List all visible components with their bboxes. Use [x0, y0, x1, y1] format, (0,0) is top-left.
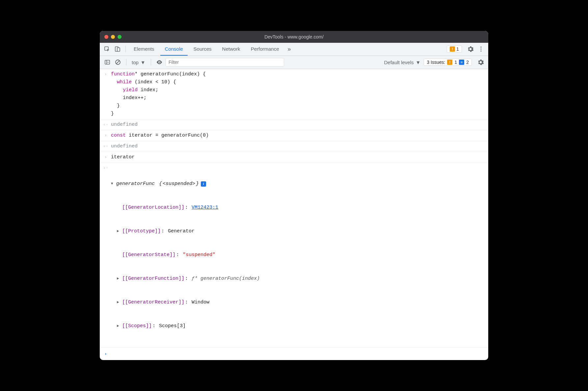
- console-input-row[interactable]: › const iterator = generatorFunc(0): [100, 130, 488, 141]
- issues-box[interactable]: 3 Issues: ! 1 = 2: [424, 59, 472, 66]
- console-input-row[interactable]: › iterator: [100, 152, 488, 163]
- object-name: generatorFunc: [116, 180, 155, 188]
- warnings-badge[interactable]: ! 1: [447, 45, 462, 53]
- console-output-row: ‹· undefined: [100, 141, 488, 152]
- console-input-row[interactable]: › function* generatorFunc(index) { while…: [100, 69, 488, 119]
- warning-icon: !: [450, 46, 455, 52]
- object-property[interactable]: [[Prototype]]: Generator: [111, 227, 485, 235]
- device-toolbar-icon[interactable]: [113, 44, 122, 54]
- tabbar: Elements Console Sources Network Perform…: [100, 43, 488, 56]
- object-property[interactable]: [[GeneratorLocation]]: VM12423:1: [111, 204, 485, 212]
- svg-rect-6: [105, 60, 110, 64]
- warnings-count: 1: [456, 46, 459, 52]
- output-chevron-icon: ‹·: [103, 143, 108, 150]
- filter-input[interactable]: [166, 58, 284, 66]
- input-chevron-icon: ›: [103, 153, 108, 161]
- clear-console-icon[interactable]: [114, 58, 122, 66]
- tab-elements[interactable]: Elements: [129, 42, 159, 56]
- divider: [151, 59, 151, 65]
- disclosure-triangle-icon[interactable]: [111, 181, 116, 187]
- minimize-button[interactable]: [111, 35, 115, 39]
- prompt-input[interactable]: [111, 350, 485, 358]
- svg-point-5: [480, 50, 481, 51]
- chevron-down-icon: ▼: [416, 60, 421, 65]
- object-property[interactable]: [[GeneratorState]]: "suspended": [111, 251, 485, 259]
- maximize-button[interactable]: [118, 35, 121, 39]
- console-output-row: ‹· generatorFunc {<suspended>} i [[Gener…: [100, 163, 488, 347]
- chevron-down-icon: ▼: [141, 60, 146, 65]
- object-property[interactable]: [[Scopes]]: Scopes[3]: [111, 322, 485, 330]
- code-block: iterator: [111, 153, 485, 161]
- tab-sources[interactable]: Sources: [189, 42, 216, 56]
- issues-info-count: 2: [466, 60, 469, 65]
- tab-console[interactable]: Console: [160, 42, 188, 56]
- input-chevron-icon: ›: [103, 132, 108, 139]
- divider: [125, 46, 126, 52]
- output-chevron-icon: ‹·: [103, 164, 108, 172]
- kebab-menu-icon[interactable]: [476, 44, 486, 54]
- output-value: undefined: [111, 121, 485, 129]
- settings-icon[interactable]: [466, 44, 475, 54]
- toggle-sidebar-icon[interactable]: [103, 58, 112, 66]
- svg-point-10: [159, 62, 160, 63]
- prompt-chevron-icon: ›: [103, 350, 108, 358]
- object-property[interactable]: [[GeneratorFunction]]: ƒ* generatorFunc(…: [111, 275, 485, 283]
- svg-point-4: [480, 48, 481, 49]
- info-icon[interactable]: i: [201, 181, 206, 187]
- console-toolbar: top ▼ Default levels ▼ 3 Issues: ! 1 = 2: [100, 56, 488, 69]
- code-block: function* generatorFunc(index) { while (…: [111, 70, 485, 118]
- tab-performance[interactable]: Performance: [246, 42, 284, 56]
- svg-line-9: [117, 61, 120, 64]
- console-body: › function* generatorFunc(index) { while…: [100, 69, 488, 360]
- object-tree: generatorFunc {<suspended>} i [[Generato…: [111, 164, 485, 346]
- object-property[interactable]: [[GeneratorReceiver]]: Window: [111, 299, 485, 306]
- console-output-row: ‹· undefined: [100, 119, 488, 130]
- titlebar: DevTools - www.google.com/: [100, 31, 488, 43]
- disclosure-triangle-icon[interactable]: [117, 300, 121, 305]
- tab-network[interactable]: Network: [218, 42, 245, 56]
- levels-label: Default levels: [384, 60, 414, 65]
- window-title: DevTools - www.google.com/: [100, 34, 488, 39]
- context-selector[interactable]: top ▼: [130, 60, 147, 65]
- disclosure-triangle-icon[interactable]: [117, 228, 121, 234]
- disclosure-triangle-icon[interactable]: [117, 323, 121, 329]
- console-settings-icon[interactable]: [476, 58, 485, 66]
- log-levels-selector[interactable]: Default levels ▼: [383, 60, 422, 65]
- input-chevron-icon: ›: [103, 70, 108, 78]
- warning-icon: !: [447, 60, 452, 65]
- close-button[interactable]: [104, 35, 108, 39]
- svg-point-3: [480, 46, 481, 47]
- issues-label: 3 Issues:: [427, 60, 445, 65]
- code-block: const iterator = generatorFunc(0): [111, 132, 485, 140]
- more-tabs-icon[interactable]: »: [285, 46, 294, 53]
- divider: [126, 59, 126, 65]
- output-value: undefined: [111, 143, 485, 150]
- console-prompt[interactable]: ›: [100, 347, 488, 360]
- live-expression-icon[interactable]: [155, 58, 164, 66]
- inspect-element-icon[interactable]: [102, 44, 112, 54]
- source-link[interactable]: VM12423:1: [192, 204, 218, 212]
- info-icon: =: [459, 60, 464, 65]
- issues-warn-count: 1: [454, 60, 457, 65]
- disclosure-triangle-icon[interactable]: [117, 276, 121, 282]
- output-chevron-icon: ‹·: [103, 121, 108, 128]
- context-label: top: [132, 60, 139, 65]
- svg-rect-2: [117, 48, 120, 51]
- traffic-lights: [104, 35, 121, 39]
- devtools-window: DevTools - www.google.com/ Elements Cons…: [100, 31, 488, 360]
- object-header[interactable]: generatorFunc {<suspended>} i: [111, 180, 485, 188]
